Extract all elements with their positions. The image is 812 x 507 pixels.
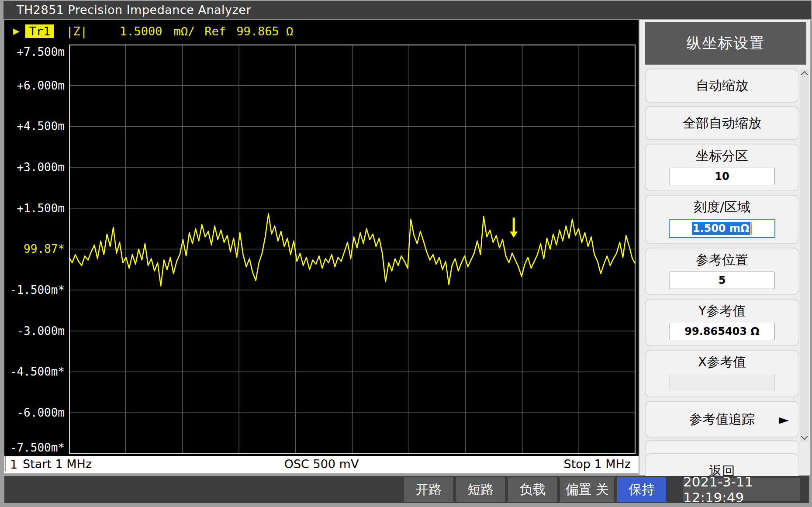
divisions-input[interactable]: 10 (670, 168, 774, 185)
trace-info-bar: ▶ Tr1 |Z| 1.5000 mΩ/ Ref 99.865 Ω (13, 23, 293, 39)
y-tick-label: -4.500m* (4, 365, 65, 378)
trace-badge[interactable]: Tr1 (25, 24, 54, 38)
y-ref-group: Y参考值 99.865403 Ω (645, 299, 799, 346)
vertical-axis-settings-panel: 纵坐标设置 自动缩放 全部自动缩放 坐标分区 10 刻度/区域 1.500 mΩ (639, 20, 810, 475)
trace-ref-label: Ref (204, 24, 226, 38)
y-axis-labels: +7.500m +6.000m +4.500m +3.000m +1.500m … (4, 45, 66, 454)
y-tick-label: -7.500m* (4, 441, 65, 454)
title-bar: TH2851 Precision Impedance Analyzer (3, 1, 811, 19)
scale-per-div-label: 刻度/区域 (646, 198, 798, 216)
panel-items: 自动缩放 全部自动缩放 坐标分区 10 刻度/区域 1.500 mΩ 参考位置 (645, 69, 799, 489)
ref-position-input[interactable]: 5 (670, 272, 774, 289)
y-ref-input[interactable]: 99.865403 Ω (670, 323, 774, 340)
y-tick-label: -1.500m* (4, 283, 65, 297)
auto-scale-all-button[interactable]: 全部自动缩放 (645, 106, 799, 140)
scale-per-div-group: 刻度/区域 1.500 mΩ (645, 195, 799, 244)
chart-area[interactable] (69, 45, 636, 454)
auto-scale-button[interactable]: 自动缩放 (645, 69, 799, 103)
scale-per-div-value: 1.500 mΩ (692, 222, 750, 235)
panel-title: 纵坐标设置 (645, 22, 806, 65)
text-caret (750, 222, 752, 235)
scale-per-div-input[interactable]: 1.500 mΩ (669, 219, 775, 238)
cursor-to-ref-button[interactable]: 光标→参考值 (645, 440, 799, 453)
hold-button[interactable]: 保持 (617, 477, 666, 502)
x-ref-input[interactable] (670, 374, 774, 391)
impedance-trace-chart (69, 45, 636, 454)
trace-ref-value: 99.865 Ω (236, 24, 293, 38)
ref-position-group: 参考位置 5 (645, 248, 799, 295)
trace-scale-value: 1.5000 (120, 24, 162, 38)
load-correction-button[interactable]: 负载 (508, 477, 557, 502)
short-correction-button[interactable]: 短路 (456, 477, 505, 502)
divisions-value: 10 (715, 170, 729, 183)
y-tick-label: +1.500m (4, 202, 65, 215)
auto-scale-all-label: 全部自动缩放 (683, 114, 761, 132)
sweep-info-strip: 1 Start 1 MHz OSC 500 mV Stop 1 MHz (4, 456, 639, 473)
instrument-window: TH2851 Precision Impedance Analyzer ▶ Tr… (0, 0, 812, 507)
panel-scrollbar[interactable] (800, 69, 809, 442)
scroll-up-icon[interactable] (801, 71, 808, 78)
system-clock: 2021-3-11 12:19:49 (683, 478, 800, 501)
trace-scale-unit: mΩ/ (174, 24, 195, 38)
sweep-stop-label: Stop 1 MHz (564, 457, 631, 471)
bias-off-button[interactable]: 偏置 关 (560, 477, 614, 502)
y-ref-value: 99.865403 Ω (684, 325, 759, 338)
window-title: TH2851 Precision Impedance Analyzer (3, 3, 251, 17)
y-tick-label: -3.000m (4, 324, 65, 338)
active-trace-arrow-icon: ▶ (13, 25, 19, 37)
scroll-down-icon[interactable] (801, 433, 808, 440)
y-tick-label: -6.000m (4, 406, 65, 419)
trace-parameter: |Z| (66, 24, 87, 38)
x-ref-group: X参考值 (645, 350, 799, 397)
x-ref-label: X参考值 (646, 353, 798, 371)
y-reference-label: 99.87* (4, 242, 65, 255)
ref-value-tracking-label: 参考值追踪 (689, 410, 755, 428)
osc-level-label: OSC 500 mV (4, 457, 639, 471)
right-arrow-icon: ► (779, 412, 789, 427)
y-tick-label: +3.000m (4, 161, 65, 174)
ref-position-value: 5 (719, 274, 726, 286)
open-correction-button[interactable]: 开路 (404, 477, 453, 502)
y-ref-label: Y参考值 (646, 302, 798, 320)
divisions-group: 坐标分区 10 (645, 144, 799, 191)
ref-position-label: 参考位置 (646, 251, 798, 269)
plot-region: ▶ Tr1 |Z| 1.5000 mΩ/ Ref 99.865 Ω +7.500… (4, 20, 639, 456)
y-tick-label: +7.500m (4, 45, 65, 59)
y-tick-label: +4.500m (4, 120, 65, 133)
cursor-to-ref-clipped: 光标→参考值 (645, 440, 799, 453)
bottom-status-bar: 开路 短路 负载 偏置 关 保持 2021-3-11 12:19:49 (4, 476, 809, 503)
y-tick-label: +6.000m (4, 79, 65, 92)
divisions-label: 坐标分区 (646, 147, 798, 165)
auto-scale-label: 自动缩放 (696, 77, 748, 95)
ref-value-tracking-button[interactable]: 参考值追踪 ► (645, 401, 799, 438)
